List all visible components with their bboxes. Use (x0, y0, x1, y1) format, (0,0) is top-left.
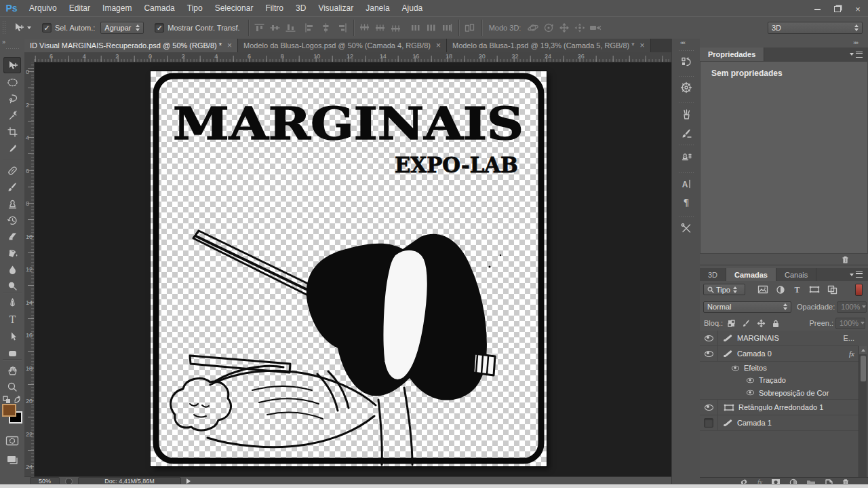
scrollbar-thumb[interactable] (861, 356, 866, 381)
layer-effects-badge[interactable]: E... (843, 334, 854, 342)
layer-row-camada1[interactable]: Camada 1 (700, 415, 859, 431)
horizontal-ruler[interactable]: 64202468101214161820222426 (34, 52, 671, 62)
layer-row-marginais[interactable]: MARGINAIS E... (700, 331, 859, 346)
layer-thumbnail-brush-icon[interactable] (724, 333, 733, 343)
lock-all-icon[interactable] (772, 319, 780, 328)
distribute-top-edges-icon[interactable] (357, 22, 372, 34)
type-tool[interactable]: T (3, 311, 21, 327)
align-vertical-centers-icon[interactable] (267, 22, 283, 34)
slide-3d-icon[interactable] (572, 22, 587, 34)
menu-3d[interactable]: 3D (290, 0, 312, 16)
toolbar-grip[interactable] (5, 48, 19, 50)
quick-mask-icon[interactable] (5, 436, 19, 446)
visibility-toggle[interactable] (700, 346, 718, 361)
menu-editar[interactable]: Editar (63, 0, 96, 16)
options-grip[interactable] (2, 20, 5, 35)
auto-select-checkbox[interactable]: ✓ (42, 23, 52, 33)
scrollbar-up-arrow[interactable] (859, 346, 867, 354)
layers-scrollbar[interactable] (859, 346, 867, 477)
close-button[interactable]: × (848, 3, 868, 16)
tab-camadas[interactable]: Camadas (726, 268, 776, 282)
minimize-button[interactable] (807, 3, 827, 16)
eyedropper-tool[interactable] (3, 140, 21, 157)
screen-mode-icon[interactable] (6, 455, 18, 464)
layer-filter-dropdown[interactable]: Tipo (703, 284, 745, 295)
menu-janela[interactable]: Janela (359, 0, 395, 16)
filter-pixel-layers-icon[interactable] (757, 285, 768, 294)
distribute-right-edges-icon[interactable] (439, 22, 454, 34)
layer-thumbnail-brush-icon[interactable] (724, 349, 733, 358)
menu-imagem[interactable]: Imagem (96, 0, 138, 16)
show-transform-checkbox[interactable]: ✓ (155, 23, 164, 33)
align-bottom-edges-icon[interactable] (283, 22, 298, 34)
tab-canais[interactable]: Canais (776, 268, 816, 282)
menu-arquivo[interactable]: Arquivo (23, 0, 63, 16)
lock-transparency-icon[interactable] (727, 319, 736, 328)
eye-icon[interactable] (747, 377, 754, 383)
canvas[interactable]: MARGINAIS EXPO-LAB (151, 71, 547, 466)
crop-tool[interactable] (3, 124, 21, 140)
document-tab-3[interactable]: Modelo da Blusa-1.psd @ 19,3% (Camada 5,… (447, 39, 651, 52)
layer-filter-toggle[interactable] (855, 284, 863, 296)
effect-color-overlay-label[interactable]: Sobreposição de Cor (759, 389, 829, 397)
vertical-ruler[interactable]: 024681012141618202224 (24, 62, 35, 476)
document-tab-2-close-icon[interactable]: × (436, 41, 441, 50)
restore-button[interactable] (827, 3, 848, 16)
rotate-3d-icon[interactable] (525, 22, 540, 34)
swap-colors-icon[interactable] (14, 396, 22, 404)
effect-stroke-label[interactable]: Traçado (759, 376, 786, 384)
paint-bucket-tool[interactable] (3, 244, 21, 261)
document-tab-1-close-icon[interactable]: × (227, 41, 232, 50)
history-brush-tool[interactable] (3, 212, 21, 229)
filter-adjustment-layers-icon[interactable] (776, 285, 785, 295)
distribute-horizontal-centers-icon[interactable] (423, 22, 439, 34)
tab-3d[interactable]: 3D (700, 268, 726, 282)
effects-label[interactable]: Efeitos (744, 364, 767, 372)
elliptical-marquee-tool[interactable] (3, 74, 21, 90)
foreground-color-swatch[interactable] (2, 404, 16, 417)
menu-ajuda[interactable]: Ajuda (396, 0, 429, 16)
path-selection-tool[interactable] (3, 328, 21, 344)
roll-3d-icon[interactable] (540, 22, 556, 34)
camera-3d-icon[interactable] (587, 22, 603, 34)
hand-tool[interactable] (3, 362, 21, 379)
visibility-toggle[interactable] (700, 331, 718, 345)
lasso-tool[interactable] (3, 90, 21, 107)
distribute-left-edges-icon[interactable] (408, 22, 423, 34)
distribute-vertical-centers-icon[interactable] (372, 22, 388, 34)
menu-selecionar[interactable]: Selecionar (209, 0, 260, 16)
layer-row-retangulo[interactable]: Retângulo Arredondado 1 (700, 400, 859, 415)
lock-position-icon[interactable] (757, 319, 766, 328)
panels-collapse-button[interactable]: »» (853, 39, 857, 46)
default-colors-icon[interactable] (3, 396, 11, 404)
navigator-panel-icon[interactable] (675, 78, 698, 97)
filter-type-layers-icon[interactable]: T (793, 285, 802, 294)
pen-tool[interactable] (3, 295, 21, 311)
menu-camada[interactable]: Camada (138, 0, 180, 16)
move-tool-preset-icon[interactable] (11, 22, 26, 34)
magic-wand-tool[interactable] (3, 107, 21, 124)
layer-name[interactable]: MARGINAIS (737, 334, 779, 342)
layers-panel-menu-icon[interactable] (846, 271, 863, 278)
blend-mode-dropdown[interactable]: Normal (703, 301, 791, 313)
eye-icon[interactable] (747, 390, 754, 396)
menu-tipo[interactable]: Tipo (181, 0, 209, 16)
align-right-edges-icon[interactable] (334, 22, 349, 34)
status-menu-arrow[interactable] (186, 478, 191, 484)
layer-name[interactable]: Retângulo Arredondado 1 (738, 403, 823, 411)
zoom-tool[interactable] (3, 379, 21, 395)
character-panel-icon[interactable]: A (675, 174, 698, 193)
layer-row-tracado[interactable]: Traçado (700, 374, 859, 386)
menu-visualizar[interactable]: Visualizar (312, 0, 359, 16)
align-left-edges-icon[interactable] (302, 22, 318, 34)
properties-panel-menu-icon[interactable] (846, 52, 863, 58)
menu-filtro[interactable]: Filtro (259, 0, 290, 16)
distribute-bottom-edges-icon[interactable] (388, 22, 403, 34)
fill-dropdown[interactable]: 100% (835, 318, 865, 329)
layer-thumbnail-brush-icon[interactable] (724, 418, 733, 428)
tool-preset-caret[interactable] (27, 26, 31, 29)
properties-delete-icon[interactable] (841, 255, 850, 264)
visibility-toggle[interactable] (700, 400, 718, 415)
filter-smart-objects-icon[interactable] (827, 285, 837, 295)
brush-panel-icon[interactable] (675, 124, 698, 143)
